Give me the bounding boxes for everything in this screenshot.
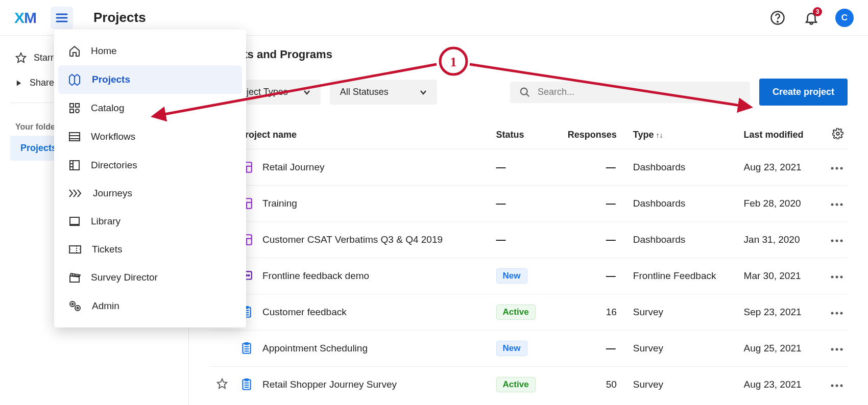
status-empty: —: [496, 234, 507, 245]
journeys-icon: [68, 188, 83, 198]
svg-point-80: [77, 308, 79, 309]
projects-table: Project name Status Responses Type↑↓ Las…: [209, 121, 848, 402]
table-row[interactable]: Appointment SchedulingNew—SurveyAug 25, …: [209, 331, 848, 367]
svg-point-9: [836, 132, 839, 135]
svg-point-34: [840, 276, 843, 279]
svg-point-30: [246, 275, 247, 276]
cell-name: Retail Journey: [235, 149, 492, 186]
menu-item-tickets[interactable]: Tickets: [58, 236, 242, 263]
cell-name: Appointment Scheduling: [235, 331, 492, 367]
svg-point-33: [836, 276, 838, 279]
table-row[interactable]: Frontline feedback demoNew—Frontline Fee…: [209, 258, 848, 294]
project-type-icon: [239, 341, 254, 356]
user-avatar[interactable]: C: [835, 9, 854, 27]
projects-icon: [68, 73, 82, 86]
content-heading: Projects and Programs: [209, 48, 848, 61]
table-row[interactable]: Customer CSAT Verbatims Q3 & Q4 2019——Da…: [209, 222, 848, 258]
project-name-text: Appointment Scheduling: [262, 343, 368, 354]
svg-point-41: [836, 312, 838, 315]
cell-responses: 16: [549, 294, 629, 331]
catalog-icon: [68, 102, 81, 114]
svg-point-32: [831, 276, 834, 279]
col-settings[interactable]: [822, 121, 848, 149]
svg-point-63: [76, 109, 79, 113]
cell-responses: —: [549, 331, 629, 367]
help-button[interactable]: [768, 8, 787, 28]
notifications-button[interactable]: 3: [802, 8, 821, 28]
row-actions-button[interactable]: [830, 162, 843, 172]
cell-name: Customer CSAT Verbatims Q3 & Q4 2019: [235, 222, 492, 258]
menu-item-survey-director[interactable]: Survey Director: [58, 263, 242, 292]
cell-star: [209, 367, 235, 403]
cell-type: Dashboards: [629, 186, 740, 222]
star-outline-icon[interactable]: [216, 378, 228, 389]
cell-responses: 50: [549, 367, 629, 403]
menu-item-journeys[interactable]: Journeys: [58, 180, 242, 207]
row-actions-button[interactable]: [830, 307, 843, 317]
table-row[interactable]: Retail Journey——DashboardsAug 23, 2021: [209, 149, 848, 186]
home-icon: [68, 45, 81, 57]
row-actions-button[interactable]: [830, 234, 843, 245]
star-outline-icon: [15, 52, 27, 63]
cell-responses: —: [549, 258, 629, 294]
cell-name: Retail Shopper Journey Survey: [235, 367, 492, 403]
search-input[interactable]: [538, 87, 741, 97]
menu-item-directories[interactable]: Directories: [58, 151, 242, 180]
search-box[interactable]: [510, 82, 750, 103]
table-row[interactable]: Customer feedbackActive16SurveySep 23, 2…: [209, 294, 848, 331]
cell-type: Survey: [629, 367, 740, 403]
col-type[interactable]: Type↑↓: [629, 121, 740, 149]
table-row[interactable]: Training——DashboardsFeb 28, 2020: [209, 186, 848, 222]
filter-statuses[interactable]: All Statuses: [330, 80, 437, 105]
svg-point-19: [831, 204, 834, 206]
row-actions-button[interactable]: [830, 270, 843, 281]
svg-point-14: [836, 167, 838, 170]
menu-item-workflows[interactable]: Workflows: [58, 122, 242, 151]
notification-badge: 3: [813, 7, 822, 16]
cell-responses: —: [549, 186, 629, 222]
create-project-button[interactable]: Create project: [759, 79, 848, 106]
menu-item-library[interactable]: Library: [58, 207, 242, 236]
col-responses[interactable]: Responses: [549, 121, 629, 149]
col-status[interactable]: Status: [492, 121, 550, 149]
project-name-text: Customer CSAT Verbatims Q3 & Q4 2019: [262, 234, 443, 245]
svg-line-8: [526, 93, 529, 96]
triangle-right-icon: [15, 80, 22, 87]
logo-x: X: [14, 9, 24, 27]
cell-name: Customer feedback: [235, 294, 492, 331]
main-content: Projects and Programs All Project Types …: [189, 36, 868, 405]
workflows-icon: [68, 131, 81, 143]
svg-point-59: [840, 385, 843, 387]
cell-type: Survey: [629, 331, 740, 367]
cell-modified: Mar 30, 2021: [740, 258, 822, 294]
filter-row: All Project Types All Statuses Create pr…: [209, 79, 848, 106]
menu-item-admin[interactable]: Admin: [58, 292, 242, 320]
cell-status: —: [492, 222, 550, 258]
svg-point-79: [75, 306, 80, 311]
cell-status: —: [492, 149, 550, 186]
col-name[interactable]: Project name: [235, 121, 492, 149]
cell-type: Frontline Feedback: [629, 258, 740, 294]
row-actions-button[interactable]: [830, 343, 843, 353]
logo-m: M: [24, 9, 36, 27]
library-icon: [68, 215, 81, 227]
row-actions-button[interactable]: [830, 198, 843, 209]
menu-item-catalog[interactable]: Catalog: [58, 94, 242, 122]
hamburger-menu-button[interactable]: [51, 7, 73, 29]
menu-item-home[interactable]: Home: [58, 37, 242, 65]
filter-statuses-label: All Statuses: [340, 87, 389, 97]
svg-rect-64: [69, 133, 80, 141]
cell-modified: Aug 23, 2021: [740, 149, 822, 186]
svg-marker-5: [16, 53, 26, 62]
table-row[interactable]: Retail Shopper Journey SurveyActive50Sur…: [209, 367, 848, 403]
chevron-down-icon: [420, 90, 427, 95]
svg-marker-6: [17, 80, 21, 86]
svg-point-58: [836, 385, 838, 387]
cell-actions: [822, 294, 848, 331]
col-modified[interactable]: Last modified: [740, 121, 822, 149]
svg-point-57: [831, 385, 834, 387]
svg-point-13: [831, 167, 834, 170]
svg-point-20: [836, 204, 838, 206]
row-actions-button[interactable]: [830, 379, 843, 390]
menu-item-projects[interactable]: Projects: [58, 65, 242, 94]
